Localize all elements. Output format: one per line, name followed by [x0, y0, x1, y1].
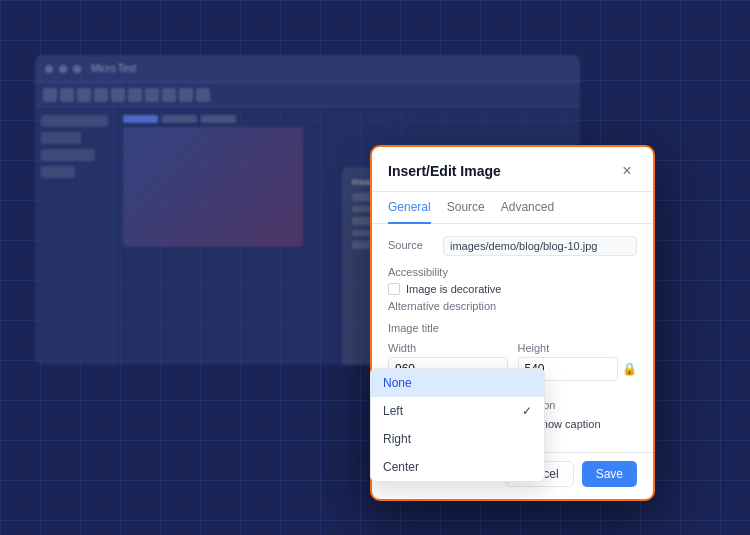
alt-desc-label: Alternative description	[388, 300, 637, 312]
dropdown-item-center-label: Center	[383, 460, 419, 474]
source-row: Source images/demo/blog/blog-10.jpg	[388, 236, 637, 256]
source-label: Source	[388, 236, 443, 251]
height-label: Height	[518, 342, 638, 354]
dialog-tabs: General Source Advanced	[372, 192, 653, 224]
close-button[interactable]: ×	[617, 161, 637, 181]
bg-dialog-title: Micro Test	[91, 63, 136, 74]
decorative-label: Image is decorative	[406, 283, 501, 295]
tab-source[interactable]: Source	[447, 192, 485, 224]
class-dropdown-menu: None Left ✓ Right Center	[370, 368, 545, 482]
tab-general[interactable]: General	[388, 192, 431, 224]
decorative-checkbox[interactable]	[388, 283, 400, 295]
dropdown-item-left-label: Left	[383, 404, 403, 418]
accessibility-label: Accessibility	[388, 266, 637, 278]
dropdown-item-none-label: None	[383, 376, 412, 390]
dialog-title: Insert/Edit Image	[388, 163, 501, 179]
dialog-header: Insert/Edit Image ×	[372, 147, 653, 192]
tab-advanced[interactable]: Advanced	[501, 192, 554, 224]
dropdown-item-right-label: Right	[383, 432, 411, 446]
width-label: Width	[388, 342, 508, 354]
decorative-checkbox-row: Image is decorative	[388, 283, 637, 295]
dropdown-item-left[interactable]: Left ✓	[371, 397, 544, 425]
dropdown-item-center[interactable]: Center	[371, 453, 544, 481]
dropdown-item-right[interactable]: Right	[371, 425, 544, 453]
accessibility-section: Accessibility Image is decorative Altern…	[388, 266, 637, 312]
source-value: images/demo/blog/blog-10.jpg	[443, 236, 637, 256]
save-button[interactable]: Save	[582, 461, 637, 487]
lock-icon: 🔒	[622, 362, 637, 376]
check-icon: ✓	[522, 404, 532, 418]
image-title-label: Image title	[388, 322, 637, 334]
dropdown-item-none[interactable]: None	[371, 369, 544, 397]
